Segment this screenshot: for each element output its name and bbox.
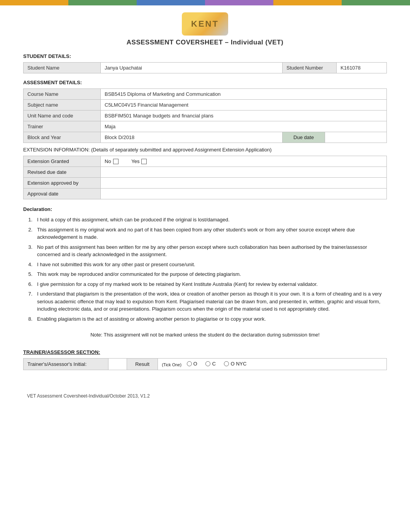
- yes-checkbox-item: Yes: [131, 158, 147, 164]
- bar-segment-2: [68, 0, 137, 5]
- declaration-item-1: 1. I hold a copy of this assignment, whi…: [23, 216, 387, 224]
- student-number-value: K161078: [337, 63, 387, 73]
- trainer-label: Trainer: [24, 121, 101, 132]
- extension-granted-row: Extension Granted No Yes: [24, 156, 387, 167]
- course-name-row: Course Name BSB5415 Diploma of Marketing…: [24, 89, 387, 100]
- student-details-table: Student Name Janya Upachatai Student Num…: [23, 62, 387, 73]
- result-option-nyc: O NYC: [224, 361, 246, 367]
- extension-granted-label: Extension Granted: [24, 156, 101, 167]
- trainer-initial-label: Trainer's/Assessor's Initial:: [24, 359, 108, 370]
- extension-approved-label: Extension approved by: [24, 178, 101, 189]
- result-label: Result: [127, 359, 158, 370]
- extension-info-text: EXTENSION INFORMATION: (Details of separ…: [23, 147, 387, 153]
- no-label: No: [105, 158, 111, 164]
- trainer-initial-row: Trainer's/Assessor's Initial: Result (Ti…: [24, 359, 387, 370]
- logo: KENT: [182, 12, 228, 36]
- trainer-value: Maja: [101, 121, 387, 132]
- student-name-label: Student Name: [24, 63, 101, 73]
- bar-segment-3: [137, 0, 205, 5]
- footer-text: VET Assessment Coversheet-Individual/Oct…: [23, 393, 387, 399]
- due-date-value: [325, 132, 387, 143]
- no-checkbox-item: No: [105, 158, 119, 164]
- revised-due-row: Revised due date: [24, 167, 387, 178]
- unit-name-value: BSBFIM501 Manage budgets and financial p…: [101, 110, 387, 121]
- trainer-initial-value: [108, 359, 127, 370]
- result-circle-c[interactable]: [205, 361, 210, 366]
- block-year-value: Block D/2018: [101, 132, 283, 143]
- course-name-value: BSB5415 Diploma of Marketing and Communi…: [101, 89, 387, 100]
- revised-due-label: Revised due date: [24, 167, 101, 178]
- yes-checkbox[interactable]: [141, 159, 147, 164]
- extension-granted-value: No Yes: [101, 156, 387, 167]
- revised-due-value: [101, 167, 387, 178]
- declaration-title: Declaration:: [23, 206, 387, 212]
- subject-name-label: Subject name: [24, 100, 101, 110]
- subject-name-row: Subject name C5LMC04V15 Financial Manage…: [24, 100, 387, 110]
- bar-segment-6: [342, 0, 410, 5]
- declaration-item-7: 7. I understand that plagiarism is the p…: [23, 290, 387, 313]
- trainer-table: Trainer's/Assessor's Initial: Result (Ti…: [23, 358, 387, 370]
- student-details-header: STUDENT DETAILS:: [23, 53, 387, 59]
- extension-approved-value: [101, 178, 387, 189]
- tick-one-label: (Tick One): [162, 362, 181, 367]
- block-year-label: Block and Year: [24, 132, 101, 143]
- approval-date-value: [101, 189, 387, 199]
- declaration-list: 1. I hold a copy of this assignment, whi…: [23, 216, 387, 323]
- result-c-label: C: [212, 361, 215, 367]
- main-content: ASSESSMENT COVERSHEET – Individual (VET)…: [0, 39, 410, 414]
- approval-date-label: Approval date: [24, 189, 101, 199]
- declaration-item-4: 4. I have not submitted this work for an…: [23, 261, 387, 269]
- logo-area: KENT: [0, 5, 410, 39]
- assessment-details-table: Course Name BSB5415 Diploma of Marketing…: [23, 88, 387, 143]
- declaration-note: Note: This assignment will not be marked…: [23, 332, 387, 338]
- block-year-row: Block and Year Block D/2018 Due date: [24, 132, 387, 143]
- student-name-row: Student Name Janya Upachatai Student Num…: [24, 63, 387, 73]
- trainer-row: Trainer Maja: [24, 121, 387, 132]
- logo-text: KENT: [191, 19, 219, 29]
- no-checkbox[interactable]: [113, 159, 119, 164]
- top-color-bar: [0, 0, 410, 5]
- assessment-details-header: ASSESSMENT DETAILS:: [23, 80, 387, 85]
- trainer-section-header: TRAINER/ASSESSOR SECTION:: [23, 349, 387, 355]
- result-options: (Tick One) O C O NYC: [158, 359, 387, 370]
- subject-name-value: C5LMC04V15 Financial Management: [101, 100, 387, 110]
- unit-name-row: Unit Name and code BSBFIM501 Manage budg…: [24, 110, 387, 121]
- approval-date-row: Approval date: [24, 189, 387, 199]
- yes-label: Yes: [131, 158, 139, 164]
- result-option-o: O: [187, 361, 197, 367]
- extension-header: EXTENSION INFORMATION:: [23, 147, 90, 153]
- result-o-label: O: [193, 361, 197, 367]
- result-circle-nyc[interactable]: [224, 361, 229, 366]
- declaration-item-5: 5. This work may be reproduced and/or co…: [23, 270, 387, 278]
- declaration-item-6: 6. I give permission for a copy of my ma…: [23, 280, 387, 288]
- result-nyc-label: O NYC: [230, 361, 246, 367]
- result-option-c: C: [205, 361, 215, 367]
- extension-approved-row: Extension approved by: [24, 178, 387, 189]
- extension-header-sub: (Details of separately submitted and app…: [90, 147, 271, 153]
- due-date-label: Due date: [283, 132, 325, 143]
- declaration-item-3: 3. No part of this assignment has been w…: [23, 243, 387, 258]
- declaration-item-8: 8. Enabling plagiarism is the act of ass…: [23, 315, 387, 323]
- page-title: ASSESSMENT COVERSHEET – Individual (VET): [23, 39, 387, 46]
- bar-segment-5: [273, 0, 342, 5]
- unit-name-label: Unit Name and code: [24, 110, 101, 121]
- result-circle-o[interactable]: [187, 361, 192, 366]
- extension-table: Extension Granted No Yes Revised due dat…: [23, 156, 387, 199]
- bar-segment-1: [0, 0, 68, 5]
- declaration-item-2: 2. This assignment is my original work a…: [23, 226, 387, 241]
- student-number-label: Student Number: [283, 63, 337, 73]
- student-name-value: Janya Upachatai: [101, 63, 283, 73]
- bar-segment-4: [205, 0, 273, 5]
- course-name-label: Course Name: [24, 89, 101, 100]
